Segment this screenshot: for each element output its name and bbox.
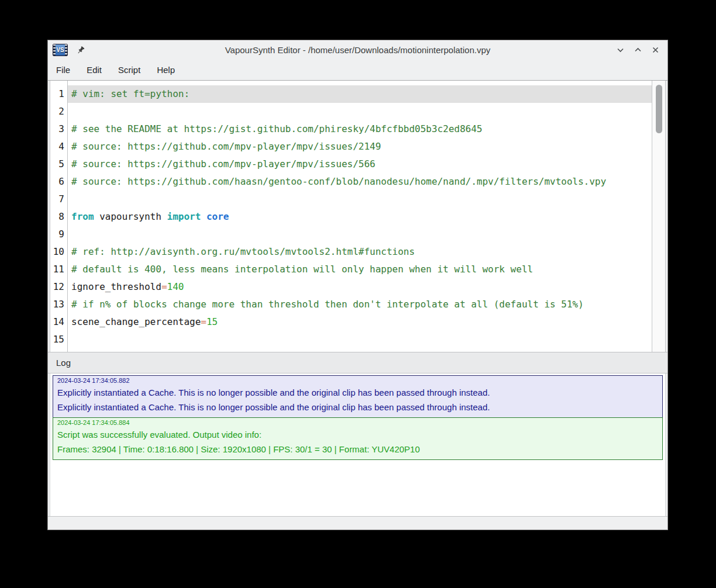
log-panel-title: Log — [56, 358, 71, 368]
code-line[interactable]: 8from vapoursynth import core — [50, 208, 652, 226]
code-text — [68, 226, 652, 243]
code-line[interactable]: 1# vim: set ft=python: — [50, 85, 652, 103]
line-number: 1 — [50, 85, 67, 103]
close-button[interactable] — [651, 45, 660, 55]
title-bar[interactable]: VS VapourSynth Editor - /home/user/Downl… — [48, 40, 667, 60]
menu-file[interactable]: File — [48, 61, 78, 79]
app-icon: VS — [53, 44, 68, 56]
code-lines: 1# vim: set ft=python:23# see the README… — [50, 81, 652, 352]
menu-edit[interactable]: Edit — [78, 61, 110, 79]
line-number: 10 — [50, 243, 67, 261]
gutter-separator — [67, 81, 68, 352]
line-number: 2 — [50, 103, 67, 120]
code-text: # if n% of blocks change more than thres… — [68, 296, 652, 313]
log-message: Script was successfully evaluated. Outpu… — [57, 427, 658, 442]
menu-help[interactable]: Help — [148, 61, 183, 79]
code-line[interactable]: 4# source: https://github.com/mpv-player… — [50, 138, 652, 155]
line-number: 7 — [50, 191, 67, 208]
menu-bar: File Edit Script Help — [48, 60, 667, 81]
code-text: # default is 400, less means interpolati… — [68, 261, 652, 278]
log-message: Explicitly instantiated a Cache. This is… — [57, 400, 658, 414]
code-text: # see the README at https://gist.github.… — [68, 120, 652, 138]
chevron-down-icon — [616, 46, 625, 54]
code-text: ignore_threshold=140 — [68, 278, 652, 296]
line-number: 15 — [50, 331, 67, 348]
line-number: 5 — [50, 155, 67, 173]
log-message: Frames: 32904 | Time: 0:18:16.800 | Size… — [57, 442, 658, 456]
close-icon — [651, 46, 660, 54]
code-text: # source: https://github.com/haasn/gento… — [68, 173, 652, 191]
log-view[interactable]: 2024-03-24 17:34:05.882Explicitly instan… — [50, 373, 666, 516]
maximize-button[interactable] — [633, 45, 643, 55]
log-panel-header: Log — [48, 352, 667, 373]
code-line[interactable]: 15 — [50, 331, 652, 348]
code-line[interactable]: 11# default is 400, less means interpola… — [50, 261, 652, 278]
line-number: 4 — [50, 138, 67, 155]
log-entry-success: 2024-03-24 17:34:05.884Script was succes… — [53, 417, 663, 460]
code-line[interactable]: 2 — [50, 103, 652, 120]
code-line[interactable]: 14scene_change_percentage=15 — [50, 313, 652, 331]
log-entry-warning: 2024-03-24 17:34:05.882Explicitly instan… — [53, 375, 663, 418]
menu-script[interactable]: Script — [110, 61, 148, 79]
log-timestamp: 2024-03-24 17:34:05.884 — [57, 418, 658, 427]
code-text — [68, 103, 652, 120]
line-number: 9 — [50, 226, 67, 243]
status-bar — [48, 516, 667, 530]
line-number: 8 — [50, 208, 67, 226]
line-number: 13 — [50, 296, 67, 313]
window-controls — [615, 45, 660, 55]
chevron-up-icon — [634, 46, 642, 54]
editor-scrollbar-thumb[interactable] — [656, 85, 662, 133]
code-text — [68, 331, 652, 348]
code-line[interactable]: 13# if n% of blocks change more than thr… — [50, 296, 652, 313]
window-title: VapourSynth Editor - /home/user/Download… — [48, 45, 667, 55]
code-text: scene_change_percentage=15 — [68, 313, 652, 331]
line-number: 12 — [50, 278, 67, 296]
code-line[interactable]: 6# source: https://github.com/haasn/gent… — [50, 173, 652, 191]
code-line[interactable]: 3# see the README at https://gist.github… — [50, 120, 652, 138]
line-number: 3 — [50, 120, 67, 138]
log-timestamp: 2024-03-24 17:34:05.882 — [57, 376, 658, 385]
code-text: # ref: http://avisynth.org.ru/mvtools/mv… — [68, 243, 652, 261]
vapoursynth-editor-window: VS VapourSynth Editor - /home/user/Downl… — [47, 40, 668, 530]
pin-icon[interactable] — [76, 46, 85, 55]
app-icon-label: VS — [56, 47, 64, 53]
code-line[interactable]: 12ignore_threshold=140 — [50, 278, 652, 296]
log-entries: 2024-03-24 17:34:05.882Explicitly instan… — [53, 375, 663, 460]
code-text: # source: https://github.com/mpv-player/… — [68, 138, 652, 155]
code-line[interactable]: 7 — [50, 191, 652, 208]
code-text: # vim: set ft=python: — [68, 85, 652, 103]
code-text: from vapoursynth import core — [68, 208, 652, 226]
line-number: 6 — [50, 173, 67, 191]
line-number: 11 — [50, 261, 67, 278]
code-line[interactable]: 9 — [50, 226, 652, 243]
code-line[interactable]: 5# source: https://github.com/mpv-player… — [50, 155, 652, 173]
line-number: 14 — [50, 313, 67, 331]
code-editor[interactable]: 1# vim: set ft=python:23# see the README… — [50, 81, 666, 352]
minimize-button[interactable] — [615, 45, 625, 55]
code-line[interactable]: 10# ref: http://avisynth.org.ru/mvtools/… — [50, 243, 652, 261]
log-message: Explicitly instantiated a Cache. This is… — [57, 385, 658, 400]
code-text — [68, 191, 652, 208]
code-text: # source: https://github.com/mpv-player/… — [68, 155, 652, 173]
editor-scrollbar[interactable] — [652, 81, 665, 352]
